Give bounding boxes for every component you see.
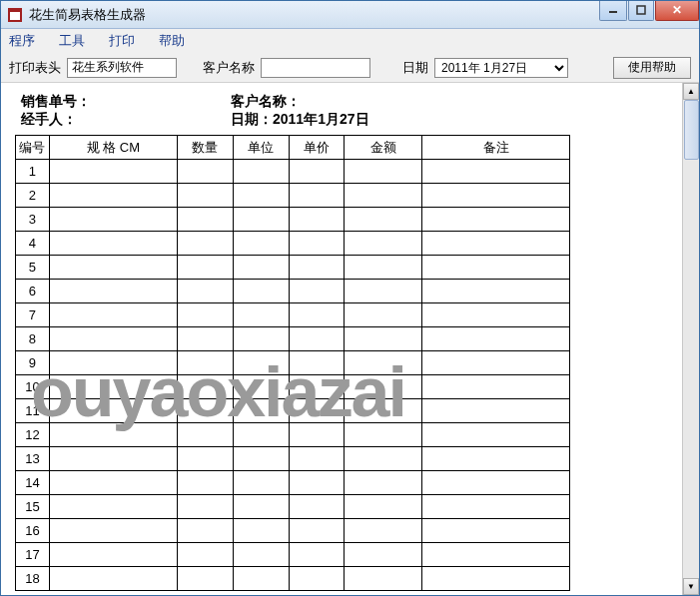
cell[interactable] [177, 567, 233, 591]
cell[interactable] [289, 495, 345, 519]
cell[interactable] [422, 423, 570, 447]
vertical-scrollbar[interactable]: ▲ ▼ [682, 83, 699, 595]
cell[interactable] [345, 160, 422, 184]
cell[interactable] [233, 471, 289, 495]
cell[interactable] [289, 303, 345, 327]
cell[interactable] [289, 543, 345, 567]
cell[interactable] [233, 399, 289, 423]
cell[interactable] [422, 208, 570, 232]
cell[interactable] [177, 447, 233, 471]
cell[interactable] [49, 303, 177, 327]
cell[interactable] [233, 375, 289, 399]
cell[interactable] [177, 375, 233, 399]
cell[interactable] [289, 375, 345, 399]
cell[interactable] [233, 519, 289, 543]
cell[interactable] [233, 184, 289, 208]
cell[interactable] [233, 160, 289, 184]
menu-program[interactable]: 程序 [9, 32, 35, 50]
cell[interactable] [177, 543, 233, 567]
cell[interactable] [49, 543, 177, 567]
menu-print[interactable]: 打印 [109, 32, 135, 50]
close-button[interactable]: ✕ [655, 1, 699, 21]
cell[interactable] [49, 351, 177, 375]
cell[interactable] [422, 184, 570, 208]
scroll-down-button[interactable]: ▼ [683, 578, 699, 595]
cell[interactable] [49, 519, 177, 543]
cell[interactable] [233, 232, 289, 256]
header-input[interactable] [67, 58, 177, 78]
cell[interactable] [49, 256, 177, 280]
cell[interactable] [422, 471, 570, 495]
cell[interactable] [345, 375, 422, 399]
cell[interactable] [422, 519, 570, 543]
cell[interactable] [49, 399, 177, 423]
cell[interactable] [345, 351, 422, 375]
help-button[interactable]: 使用帮助 [613, 57, 691, 79]
cell[interactable] [177, 471, 233, 495]
cell[interactable] [289, 519, 345, 543]
cell[interactable] [345, 184, 422, 208]
cell[interactable] [233, 543, 289, 567]
scroll-thumb[interactable] [684, 100, 699, 160]
cell[interactable] [422, 280, 570, 303]
cell[interactable] [422, 375, 570, 399]
cell[interactable] [289, 160, 345, 184]
menu-help[interactable]: 帮助 [159, 32, 185, 50]
cell[interactable] [345, 327, 422, 351]
cell[interactable] [233, 303, 289, 327]
cell[interactable] [289, 232, 345, 256]
cell[interactable] [233, 423, 289, 447]
cell[interactable] [422, 303, 570, 327]
scroll-up-button[interactable]: ▲ [683, 83, 699, 100]
cell[interactable] [422, 399, 570, 423]
cell[interactable] [289, 567, 345, 591]
cell[interactable] [49, 232, 177, 256]
cell[interactable] [177, 232, 233, 256]
cell[interactable] [177, 519, 233, 543]
cell[interactable] [345, 399, 422, 423]
customer-input[interactable] [261, 58, 370, 78]
cell[interactable] [233, 256, 289, 280]
cell[interactable] [177, 160, 233, 184]
cell[interactable] [49, 184, 177, 208]
cell[interactable] [289, 399, 345, 423]
cell[interactable] [49, 327, 177, 351]
cell[interactable] [422, 327, 570, 351]
cell[interactable] [177, 399, 233, 423]
cell[interactable] [422, 495, 570, 519]
cell[interactable] [422, 447, 570, 471]
cell[interactable] [49, 423, 177, 447]
cell[interactable] [233, 495, 289, 519]
cell[interactable] [345, 423, 422, 447]
cell[interactable] [49, 375, 177, 399]
cell[interactable] [345, 232, 422, 256]
cell[interactable] [177, 256, 233, 280]
cell[interactable] [345, 256, 422, 280]
cell[interactable] [177, 351, 233, 375]
cell[interactable] [422, 256, 570, 280]
cell[interactable] [177, 423, 233, 447]
cell[interactable] [177, 280, 233, 303]
minimize-button[interactable] [599, 1, 627, 21]
cell[interactable] [233, 280, 289, 303]
cell[interactable] [49, 471, 177, 495]
cell[interactable] [345, 519, 422, 543]
cell[interactable] [49, 280, 177, 303]
cell[interactable] [177, 208, 233, 232]
cell[interactable] [289, 471, 345, 495]
cell[interactable] [345, 303, 422, 327]
cell[interactable] [49, 208, 177, 232]
cell[interactable] [289, 351, 345, 375]
cell[interactable] [345, 208, 422, 232]
cell[interactable] [422, 232, 570, 256]
cell[interactable] [49, 160, 177, 184]
cell[interactable] [49, 447, 177, 471]
cell[interactable] [289, 184, 345, 208]
cell[interactable] [422, 160, 570, 184]
cell[interactable] [422, 567, 570, 591]
cell[interactable] [289, 423, 345, 447]
cell[interactable] [49, 567, 177, 591]
cell[interactable] [233, 208, 289, 232]
cell[interactable] [289, 327, 345, 351]
cell[interactable] [177, 495, 233, 519]
